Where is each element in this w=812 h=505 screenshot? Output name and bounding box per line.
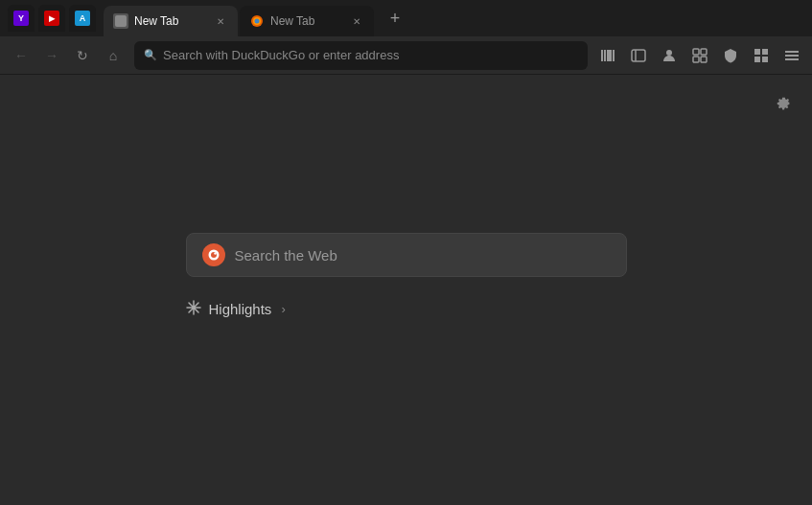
svg-rect-7 [613, 50, 615, 61]
tab2-close-button[interactable]: ✕ [349, 13, 364, 29]
tab-1[interactable]: New Tab ✕ [104, 6, 238, 36]
toolbar-right [595, 43, 804, 68]
tab1-close-button[interactable]: ✕ [213, 13, 228, 29]
settings-gear-button[interactable] [770, 90, 797, 117]
address-bar[interactable]: 🔍 Search with DuckDuckGo or enter addres… [134, 41, 588, 70]
shield-icon[interactable] [718, 43, 743, 68]
svg-rect-5 [604, 50, 606, 61]
pinned-tabs-group: Y ▶ A [8, 5, 96, 32]
svg-point-10 [666, 50, 672, 56]
svg-point-26 [192, 307, 195, 310]
svg-rect-21 [785, 58, 799, 60]
svg-rect-19 [785, 51, 799, 53]
sidebar-icon[interactable] [626, 43, 651, 68]
container-tabs-icon[interactable] [687, 43, 712, 68]
grid-icon[interactable] [749, 43, 774, 68]
yts-favicon: ▶ [44, 11, 59, 26]
pinned-tab-arch[interactable]: A [69, 5, 96, 32]
pinned-tab-yahoo[interactable]: Y [8, 5, 35, 32]
search-container: Search the Web Highlights › [186, 233, 627, 318]
tab-2[interactable]: New Tab ✕ [240, 6, 374, 36]
svg-point-3 [255, 19, 260, 24]
arch-favicon: A [75, 11, 90, 26]
svg-rect-11 [693, 49, 699, 55]
svg-rect-17 [754, 57, 760, 62]
titlebar: Y ▶ A New Tab ✕ [0, 0, 812, 36]
highlights-label: Highlights [209, 301, 272, 317]
svg-rect-18 [762, 57, 768, 62]
tab2-favicon [249, 13, 265, 29]
svg-rect-15 [754, 49, 760, 55]
svg-rect-4 [601, 50, 603, 61]
navbar: ← → ↻ ⌂ 🔍 Search with DuckDuckGo or ente… [0, 36, 812, 75]
highlights-sparkle-icon [186, 300, 201, 318]
menu-icon[interactable] [779, 43, 804, 68]
search-box[interactable]: Search the Web [186, 233, 627, 277]
tab1-favicon [113, 13, 128, 29]
pinned-tab-yts[interactable]: ▶ [38, 5, 65, 32]
svg-rect-16 [762, 49, 768, 55]
svg-rect-14 [701, 57, 707, 62]
search-placeholder: Search the Web [235, 247, 337, 264]
home-button[interactable]: ⌂ [100, 42, 127, 69]
svg-rect-13 [693, 57, 699, 62]
address-bar-placeholder: Search with DuckDuckGo or enter address [163, 48, 399, 62]
highlights-chevron-icon: › [281, 302, 285, 316]
svg-rect-8 [632, 50, 645, 61]
library-icon[interactable] [595, 43, 620, 68]
svg-rect-20 [785, 55, 799, 57]
reload-button[interactable]: ↻ [69, 42, 96, 69]
search-icon: 🔍 [144, 49, 157, 61]
svg-rect-12 [701, 49, 707, 55]
svg-rect-0 [115, 15, 127, 27]
forward-button[interactable]: → [38, 42, 65, 69]
main-content: Search the Web Highlights › [0, 75, 812, 505]
tab2-label: New Tab [270, 14, 314, 28]
highlights-row[interactable]: Highlights › [186, 300, 286, 318]
tab1-label: New Tab [134, 14, 178, 28]
yahoo-favicon: Y [13, 11, 29, 26]
new-tab-button[interactable]: + [382, 5, 408, 32]
duckduckgo-icon [202, 243, 225, 266]
svg-point-25 [214, 252, 216, 254]
svg-rect-6 [607, 50, 612, 61]
account-icon[interactable] [657, 43, 682, 68]
back-button[interactable]: ← [8, 42, 35, 69]
tab-group: New Tab ✕ New Tab ✕ [104, 0, 374, 36]
